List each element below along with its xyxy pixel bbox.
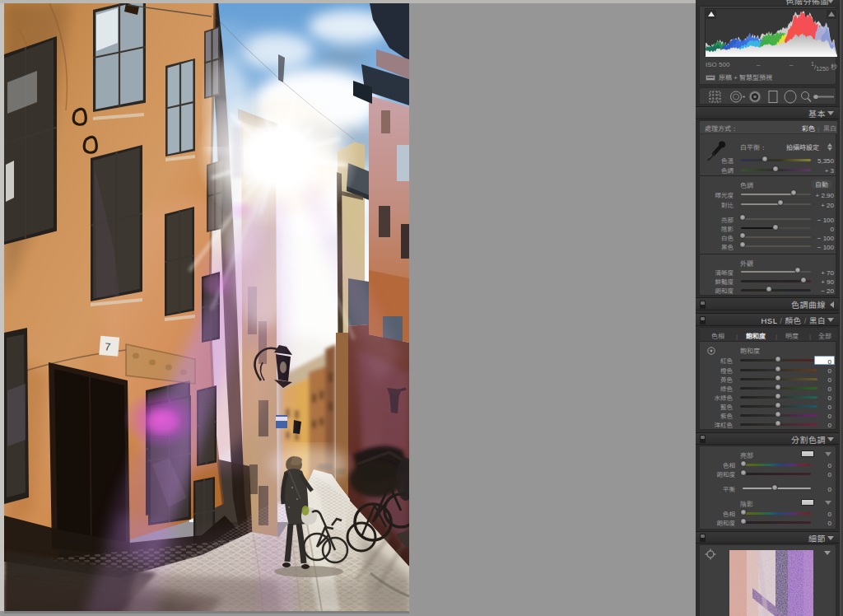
svg-text:7: 7 <box>105 340 112 353</box>
